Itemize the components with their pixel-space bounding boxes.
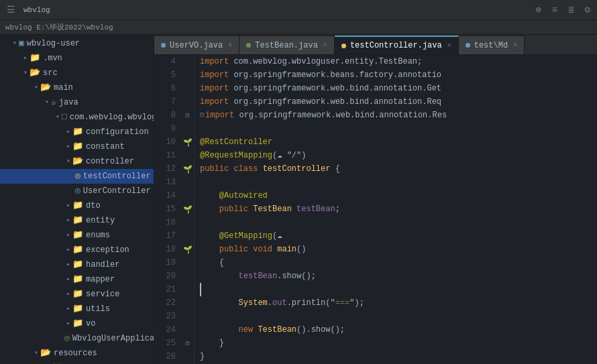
tree-item-usercontroller[interactable]: ◎ UserController	[0, 184, 154, 198]
tree-item-entity[interactable]: ▸ 📁 entity	[0, 213, 154, 228]
tree-item-mapper[interactable]: ▸ 📁 mapper	[0, 272, 154, 287]
line-num: 23	[154, 310, 176, 323]
close-icon[interactable]: ×	[323, 42, 327, 49]
fold-icon[interactable]: ⊟	[200, 109, 204, 122]
gutter-bean-icon[interactable]: 🌱	[181, 202, 194, 216]
code-text: }	[200, 350, 205, 363]
code-editor[interactable]: 4 5 6 7 8 9 10 11 12 13 14 15 16 17 18 1…	[154, 55, 597, 364]
folder-icon: 📁	[72, 317, 83, 330]
code-text: (☁ "/")	[272, 149, 306, 162]
tree-item-testcontroller[interactable]: ◎ testController	[0, 169, 154, 184]
folder-open-icon: 📂	[40, 347, 51, 360]
code-content[interactable]: import com.webvlog.wbvloguser.entity.Tes…	[195, 55, 597, 364]
code-line: public TestBean testBean;	[200, 202, 597, 216]
folder-icon: 📁	[72, 258, 83, 271]
tree-label: main	[54, 81, 73, 95]
build-icon[interactable]: ⊕	[533, 3, 543, 17]
chevron-right-icon: ▸	[64, 125, 72, 139]
tree-item-src[interactable]: ▾ 📂 src	[0, 66, 154, 80]
code-line: import com.webvlog.wbvloguser.entity.Tes…	[200, 55, 597, 68]
file-dot-icon	[466, 43, 470, 48]
tree-item-enums[interactable]: ▸ 📁 enums	[0, 228, 154, 243]
line-num: 8	[154, 109, 176, 122]
layout-icon[interactable]: ≡	[549, 3, 560, 17]
chevron-down-icon: ▾	[32, 81, 40, 95]
tab-testmd[interactable]: test\Md ×	[459, 36, 525, 54]
menu-icon[interactable]: ☰	[4, 3, 18, 17]
tab-label: test\Md	[474, 41, 508, 50]
code-text: .show();	[277, 269, 316, 283]
tree-label: resources	[54, 347, 97, 360]
classname: TestBean	[258, 323, 296, 337]
close-icon[interactable]: ×	[513, 42, 517, 49]
tree-item-mapper-res[interactable]: ▸ 📁 mapper	[0, 361, 154, 364]
tree-item-vo[interactable]: ▸ 📁 vo	[0, 316, 154, 331]
folder-icon: 📁	[72, 288, 83, 301]
gutter-bean-icon[interactable]: 🌱	[181, 243, 194, 256]
file-tree[interactable]: ▾ ▣ wbvlog-user ▸ 📁 .mvn ▾ 📂 src ▾ 📂 mai…	[0, 35, 154, 364]
tree-label: java	[59, 96, 78, 109]
classname: System	[239, 296, 268, 310]
keyword: public	[200, 162, 233, 176]
code-text	[201, 283, 206, 296]
keyword: import	[200, 82, 233, 95]
tree-item-controller[interactable]: ▾ 📂 controller	[0, 154, 154, 169]
tree-label: utils	[86, 302, 110, 316]
chevron-right-icon: ▸	[64, 302, 72, 316]
gutter-fold-icon[interactable]: ⊟	[181, 109, 194, 122]
tree-item-resources[interactable]: ▾ 📂 resources	[0, 346, 154, 361]
code-line: @RestController	[200, 135, 597, 149]
tree-item-handler[interactable]: ▸ 📁 handler	[0, 257, 154, 272]
java-file-icon: ◎	[75, 184, 80, 198]
settings-icon[interactable]: ⚙	[582, 3, 593, 17]
search-icon[interactable]: ≣	[565, 3, 576, 17]
tree-item-exception[interactable]: ▸ 📁 exception	[0, 243, 154, 257]
tree-label: UserController	[83, 184, 151, 198]
tab-uservo[interactable]: UserVO.java ×	[154, 36, 239, 54]
annotation: @GetMapping	[200, 229, 272, 243]
gutter-cell	[181, 216, 194, 229]
gutter-cell	[181, 256, 194, 269]
code-line: System.out.println("===");	[200, 296, 597, 310]
editor-area: UserVO.java × TestBean.java × testContro…	[154, 35, 597, 364]
breadcrumb-bar: wbvlog E:\毕设2022\wbvlog	[0, 20, 597, 35]
variable: out	[272, 296, 287, 310]
gutter-fold-icon[interactable]: ⊟	[181, 337, 194, 350]
gutter-bean-icon[interactable]: 🌱	[181, 162, 194, 176]
tree-item-mvn[interactable]: ▸ 📁 .mvn	[0, 51, 154, 66]
gutter-cell	[181, 229, 194, 243]
code-line: }	[200, 350, 597, 363]
tree-item-configuration[interactable]: ▸ 📁 configuration	[0, 125, 154, 139]
gutter-bean-icon[interactable]: 🌱	[181, 135, 194, 149]
tree-item-dto[interactable]: ▸ 📁 dto	[0, 198, 154, 213]
line-num: 17	[154, 229, 176, 243]
tab-testbean[interactable]: TestBean.java ×	[239, 36, 335, 54]
line-num: 13	[154, 176, 176, 189]
tree-item-utils[interactable]: ▸ 📁 utils	[0, 302, 154, 316]
tree-item-service[interactable]: ▸ 📁 service	[0, 287, 154, 302]
tree-label: wbvlog-user	[27, 37, 80, 50]
line-num: 21	[154, 283, 176, 296]
folder-icon: 📁	[72, 140, 83, 154]
annotation: @RequestMapping	[200, 149, 272, 162]
tree-item-com-package[interactable]: ▾ □ com.webvlog.wbvloguser	[0, 110, 154, 125]
java-file-icon: ◎	[75, 170, 80, 183]
close-icon[interactable]: ×	[228, 42, 232, 49]
gutter: ⊟ 🌱 🌱 🌱 🌱 ⊟	[181, 55, 195, 364]
tree-item-wbvlog-user[interactable]: ▾ ▣ wbvlog-user	[0, 36, 154, 51]
code-text	[200, 269, 239, 283]
code-line: }	[200, 337, 597, 350]
close-icon[interactable]: ×	[447, 42, 451, 50]
tree-item-constant[interactable]: ▸ 📁 constant	[0, 139, 154, 154]
code-text: (☁	[272, 229, 282, 243]
gutter-cell	[181, 122, 194, 135]
tree-label: service	[86, 288, 119, 301]
line-num: 7	[154, 95, 176, 109]
code-text: com.webvlog.wbvloguser.entity.TestBean;	[233, 55, 422, 68]
tab-testcontroller[interactable]: testController.java ×	[335, 36, 459, 54]
tree-item-java[interactable]: ▾ ☕ java	[0, 95, 154, 110]
tree-item-application[interactable]: ◎ WbvlogUserApplication	[0, 331, 154, 346]
tree-item-main[interactable]: ▾ 📂 main	[0, 80, 154, 95]
method-name: main	[277, 243, 296, 256]
line-num: 25	[154, 337, 176, 350]
